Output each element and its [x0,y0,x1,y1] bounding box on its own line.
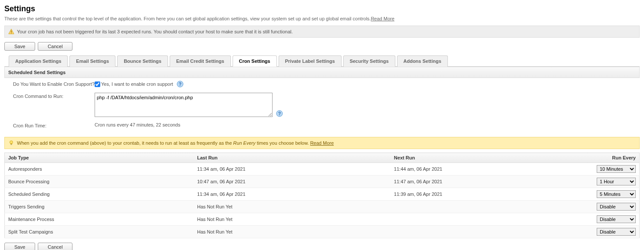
enable-cron-checkbox-label: Yes, I want to enable cron support [101,81,173,87]
svg-text:?: ? [278,111,281,116]
last-run-cell: Has Not Run Yet [194,213,391,226]
tip-text: When you add the cron command (above) to… [17,140,334,146]
tabs-bar: Application SettingsEmail SettingsBounce… [4,55,640,67]
run-every-cell: Disable1 Minute5 Minutes10 Minutes15 Min… [588,188,640,201]
warning-text: Your cron job has not been triggered for… [17,29,293,34]
tab-bounce-settings[interactable]: Bounce Settings [117,55,168,67]
tab-addons-settings[interactable]: Addons Settings [397,55,448,67]
run-every-select[interactable]: Disable1 Minute5 Minutes10 Minutes15 Min… [597,203,636,211]
table-row: Scheduled Sending11:34 am, 06 Apr 202111… [5,188,640,201]
last-run-cell: Has Not Run Yet [194,226,391,238]
last-run-cell: 11:34 am, 06 Apr 2021 [194,163,391,175]
run-every-select[interactable]: Disable1 Minute5 Minutes10 Minutes15 Min… [597,178,636,185]
warning-icon [8,29,14,35]
next-run-cell [391,201,588,213]
tip-suffix: times you choose below. [256,140,310,146]
tab-email-credit-settings[interactable]: Email Credit Settings [170,55,231,67]
read-more-link[interactable]: Read More [371,16,394,21]
run-every-cell: Disable1 Minute5 Minutes10 Minutes15 Min… [588,226,640,238]
tab-email-settings[interactable]: Email Settings [69,55,115,67]
enable-cron-label: Do You Want to Enable Cron Support? [8,81,95,87]
next-run-cell [391,213,588,226]
job-type-cell: Scheduled Sending [5,188,194,201]
run-every-cell: Disable1 Minute5 Minutes10 Minutes15 Min… [588,201,640,213]
cron-command-row: Cron Command to Run: ? [4,90,640,120]
save-button[interactable]: Save [4,243,35,250]
tip-em: Run Every [233,140,255,146]
cron-command-label: Cron Command to Run: [8,93,95,99]
page-title: Settings [4,4,640,13]
page-description: These are the settings that control the … [4,16,640,21]
run-every-select[interactable]: Disable1 Minute5 Minutes10 Minutes15 Min… [597,215,636,223]
run-every-cell: Disable1 Minute5 Minutes10 Minutes15 Min… [588,213,640,226]
next-run-cell: 11:39 am, 06 Apr 2021 [391,188,588,201]
tip-box: When you add the cron command (above) to… [4,137,640,149]
description-text: These are the settings that control the … [4,16,371,21]
col-job-type: Job Type [5,153,194,163]
button-row-top: Save Cancel [4,42,640,51]
jobs-table: Job Type Last Run Next Run Run Every Aut… [4,153,640,238]
run-every-select[interactable]: Disable1 Minute5 Minutes10 Minutes15 Min… [597,228,636,236]
table-row: Bounce Processing10:47 am, 06 Apr 202111… [5,175,640,188]
table-row: Autoresponders11:34 am, 06 Apr 202111:44… [5,163,640,175]
help-icon[interactable]: ? [177,81,184,88]
table-row: Triggers SendingHas Not Run YetDisable1 … [5,201,640,213]
tip-read-more-link[interactable]: Read More [310,140,334,146]
table-row: Split Test CampaignsHas Not Run YetDisab… [5,226,640,238]
svg-text:?: ? [179,82,181,87]
run-every-select[interactable]: Disable1 Minute5 Minutes10 Minutes15 Min… [597,165,636,173]
enable-cron-checkbox[interactable] [95,81,100,87]
next-run-cell: 11:44 am, 06 Apr 2021 [391,163,588,175]
save-button[interactable]: Save [4,42,35,51]
enable-cron-row: Do You Want to Enable Cron Support? Yes,… [4,78,640,90]
cron-command-input[interactable] [95,93,273,117]
tab-cron-settings[interactable]: Cron Settings [233,55,277,67]
cancel-button[interactable]: Cancel [38,42,72,51]
job-type-cell: Autoresponders [5,163,194,175]
next-run-cell: 11:47 am, 06 Apr 2021 [391,175,588,188]
run-every-cell: Disable1 Minute5 Minutes10 Minutes15 Min… [588,163,640,175]
tab-security-settings[interactable]: Security Settings [343,55,395,67]
table-row: Maintenance ProcessHas Not Run YetDisabl… [5,213,640,226]
col-last-run: Last Run [194,153,391,163]
job-type-cell: Bounce Processing [5,175,194,188]
cron-runtime-value: Cron runs every 47 minutes, 22 seconds [95,122,636,127]
last-run-cell: Has Not Run Yet [194,201,391,213]
job-type-cell: Maintenance Process [5,213,194,226]
tab-application-settings[interactable]: Application Settings [9,55,68,67]
svg-rect-8 [10,143,12,145]
tab-private-label-settings[interactable]: Private Label Settings [279,55,342,67]
lightbulb-icon [8,140,14,146]
section-header: Scheduled Send Settings [4,67,640,78]
cron-runtime-row: Cron Run Time: Cron runs every 47 minute… [4,120,640,131]
svg-rect-2 [11,33,11,33]
last-run-cell: 10:47 am, 06 Apr 2021 [194,175,391,188]
button-row-bottom: Save Cancel [4,243,640,250]
job-type-cell: Split Test Campaigns [5,226,194,238]
tip-prefix: When you add the cron command (above) to… [17,140,233,146]
next-run-cell [391,226,588,238]
svg-rect-1 [11,30,11,32]
svg-point-7 [10,141,13,144]
warning-alert: Your cron job has not been triggered for… [4,26,640,38]
job-type-cell: Triggers Sending [5,201,194,213]
help-icon[interactable]: ? [276,110,283,117]
run-every-select[interactable]: Disable1 Minute5 Minutes10 Minutes15 Min… [597,190,636,198]
cancel-button[interactable]: Cancel [38,243,72,250]
last-run-cell: 11:34 am, 06 Apr 2021 [194,188,391,201]
svg-rect-9 [11,145,12,145]
col-next-run: Next Run [391,153,588,163]
cron-runtime-label: Cron Run Time: [8,122,95,128]
col-run-every: Run Every [588,153,640,163]
run-every-cell: Disable1 Minute5 Minutes10 Minutes15 Min… [588,175,640,188]
